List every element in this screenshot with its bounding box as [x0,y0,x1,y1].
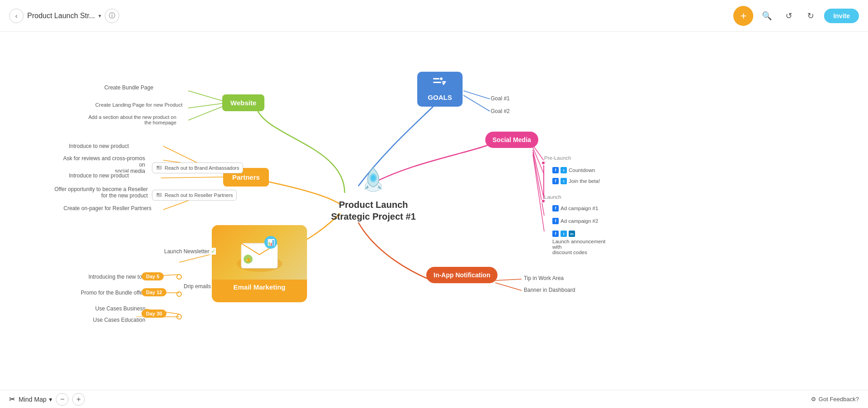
bottombar-left: ✂ Mind Map ▾ − + [9,393,85,406]
svg-line-13 [161,177,223,178]
topbar-left: ‹ Product Launch Str... ▾ ⓘ [9,9,119,23]
search-button[interactable]: 🔍 [759,8,775,24]
undo-button[interactable]: ↺ [780,8,797,24]
social-vertical-line [543,165,544,199]
twitter-icon-3: t [561,231,567,237]
svg-rect-39 [157,193,159,195]
goals-label: GOALS [428,93,452,101]
svg-rect-33 [433,82,441,83]
partners-brand-box: Reach out to Brand Ambassadors [152,162,243,173]
svg-line-9 [533,154,544,231]
central-title: Product Launch Strategic Project #1 [331,199,416,222]
feedback-icon: ⚙ [811,396,816,403]
day-30-badge: Day 30 [141,310,166,318]
website-child-3: Add a section about the new product onth… [88,114,176,125]
email-node-image: 📊 👍 [212,225,307,280]
goals-child-2: Goal #2 [491,108,510,114]
scissors-icon: ✂ [9,395,15,403]
back-button[interactable]: ‹ [9,9,24,23]
partners-intro-2: Introduce to new product [69,172,129,179]
social-section-launch: Launch [544,194,561,200]
info-button[interactable]: ⓘ [105,9,119,23]
svg-line-0 [188,91,222,101]
email-promo-bundle: Promo for the Bundle offer [81,290,145,296]
social-dot-1 [541,161,546,165]
canvas: Product Launch Strategic Project #1 Webs… [0,32,868,390]
website-label: Website [230,99,256,107]
feedback-label: Got Feedback? [819,396,859,403]
social-dot-2 [541,199,546,203]
goals-node[interactable]: GOALS [417,72,463,107]
svg-rect-31 [433,78,439,79]
social-label: Social Media [493,136,531,143]
social-item-launch-announce: f t in Launch announcement withdiscount … [552,231,625,255]
svg-point-23 [177,315,181,319]
invite-button[interactable]: Invite [824,9,859,23]
email-use-cases-edu: Use Cases Education [93,317,145,323]
topbar: ‹ Product Launch Str... ▾ ⓘ + 🔍 ↺ ↻ Invi… [0,0,868,32]
svg-line-3 [463,91,490,99]
social-section-prelaunch: Pre-Launch [544,155,571,161]
website-child-1: Create Bundle Page [104,84,153,91]
inapp-banner: Banner in Dashboard [524,287,575,293]
svg-text:📊: 📊 [267,239,275,246]
inapp-notification-node[interactable]: In-App Notification [426,267,497,283]
email-drip-label: Drip emails [184,283,211,290]
email-marketing-node[interactable]: 📊 👍 Email Marketing [212,225,307,302]
topbar-right: + 🔍 ↺ ↻ Invite [733,6,859,26]
goals-icon [433,77,447,92]
social-media-node[interactable]: Social Media [485,132,538,148]
partners-onpager: Create on-pager for Resller Partners [63,205,151,211]
inapp-label: In-App Notification [434,271,490,279]
redo-button[interactable]: ↻ [802,8,819,24]
facebook-icon-4: f [552,218,559,224]
email-intro-tool: Introducing the new tool [88,274,146,280]
svg-line-1 [188,103,222,108]
partners-label: Partners [232,173,260,181]
social-item-ad2: f Ad campaign #2 [552,218,598,224]
website-child-2: Create Landing Page for new Product [95,102,182,108]
bottombar: ✂ Mind Map ▾ − + ⚙ Got Feedback? [0,390,868,408]
zoom-in-button[interactable]: + [72,393,85,406]
dropdown-arrow-icon[interactable]: ▾ [98,13,101,19]
goals-child-1: Goal #1 [491,95,510,102]
facebook-icon: f [552,167,559,173]
svg-point-29 [370,173,377,182]
svg-point-19 [177,275,181,279]
email-label: Email Marketing [212,280,307,295]
zoom-out-button[interactable]: − [56,393,68,406]
partners-reseller-box: Reach out to Reseller Partners [152,190,237,201]
svg-line-4 [463,95,490,111]
svg-point-30 [371,175,375,181]
social-item-beta: f t Join the beta! [552,178,600,184]
svg-line-26 [495,279,522,280]
svg-point-21 [177,292,181,296]
mindmap-mode-label[interactable]: Mind Map ▾ [19,396,52,403]
svg-line-18 [179,254,212,262]
partners-reseller-opp: Offer opportunity to become a Resellerfo… [54,186,148,199]
svg-point-28 [365,181,381,192]
day-12-badge: Day 12 [141,288,166,296]
twitter-icon-2: t [561,178,567,184]
svg-line-7 [533,150,544,200]
svg-point-32 [440,78,443,80]
rocket-icon [360,163,387,195]
partners-reviews: Ask for reviews and cross-promos onsocia… [59,155,145,174]
add-button[interactable]: + [733,6,753,26]
svg-line-5 [533,145,544,161]
central-node: Product Launch Strategic Project #1 [331,163,416,222]
mindmap-dropdown-icon: ▾ [49,396,52,403]
svg-line-2 [188,107,222,120]
project-title[interactable]: Product Launch Str... [27,12,95,20]
linkedin-icon: in [569,231,575,237]
mindmap-label-text: Mind Map [19,396,46,403]
inapp-tip: Tip in Work Area [524,275,564,281]
feedback-button[interactable]: ⚙ Got Feedback? [811,396,859,403]
website-node[interactable]: Website [222,94,264,111]
facebook-icon-2: f [552,178,559,184]
facebook-icon-3: f [552,205,559,211]
svg-text:👍: 👍 [245,256,251,262]
social-item-countdown: f t Countdown [552,167,595,173]
svg-line-27 [495,283,522,290]
svg-rect-37 [157,166,159,167]
